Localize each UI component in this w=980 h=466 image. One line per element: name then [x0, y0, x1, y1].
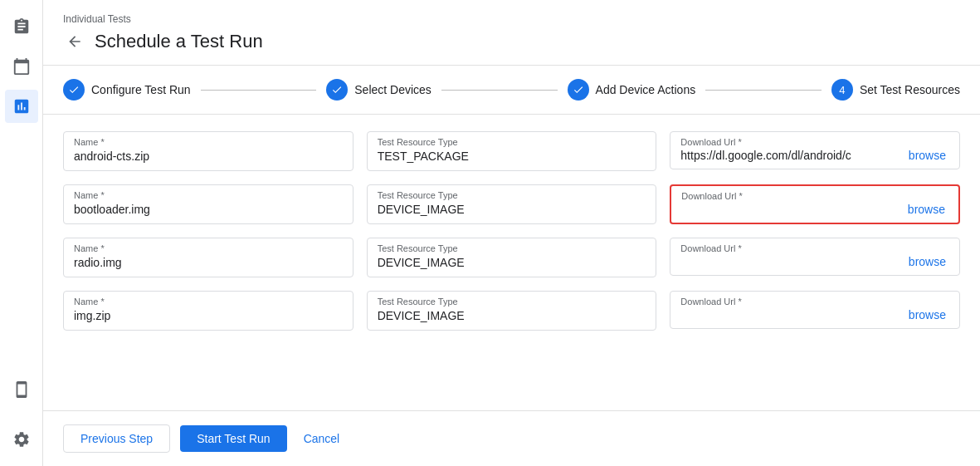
- resource-row-1: Name * Test Resource Type Download Url *…: [63, 184, 960, 224]
- resource-2-type-input[interactable]: [378, 256, 646, 269]
- resource-2-browse-button[interactable]: browse: [905, 255, 949, 268]
- resource-0-url-row: https://dl.google.com/dl/android/c brows…: [680, 149, 949, 162]
- sidebar-item-clipboard[interactable]: [5, 10, 38, 43]
- resource-3-url-field: Download Url * browse: [670, 291, 960, 329]
- resource-0-url-field: Download Url * https://dl.google.com/dl/…: [670, 131, 960, 169]
- resource-3-name-input[interactable]: [74, 309, 343, 322]
- previous-step-button[interactable]: Previous Step: [63, 424, 170, 453]
- resource-2-url-field: Download Url * browse: [670, 238, 960, 276]
- step-configure-label: Configure Test Run: [91, 83, 191, 96]
- step-add-actions: Add Device Actions: [568, 79, 696, 101]
- resource-1-type-label: Test Resource Type: [378, 190, 646, 200]
- resource-3-type-group: Test Resource Type: [367, 291, 657, 331]
- resource-row-0: Name * Test Resource Type Download Url *…: [63, 131, 960, 171]
- resource-1-type-input[interactable]: [378, 203, 646, 216]
- title-row: Schedule a Test Run: [63, 30, 960, 53]
- sidebar-item-calendar[interactable]: [5, 50, 38, 83]
- step-select-label: Select Devices: [354, 83, 431, 96]
- resource-3-browse-button[interactable]: browse: [905, 308, 949, 321]
- step-set-resources: 4 Set Test Resources: [831, 79, 960, 101]
- connector-1: [201, 90, 317, 91]
- resource-2-type-field: Test Resource Type: [367, 238, 657, 277]
- stepper: Configure Test Run Select Devices Add De…: [43, 66, 980, 115]
- resource-0-type-input[interactable]: [378, 150, 646, 163]
- sidebar-item-analytics[interactable]: [5, 90, 38, 123]
- breadcrumb: Individual Tests: [63, 13, 960, 25]
- resource-0-url-value: https://dl.google.com/dl/android/c: [680, 149, 905, 162]
- back-button[interactable]: [63, 30, 86, 53]
- resource-1-type-group: Test Resource Type: [367, 184, 657, 224]
- resource-1-name-input[interactable]: [74, 203, 343, 216]
- step-configure: Configure Test Run: [63, 79, 191, 101]
- resource-2-type-group: Test Resource Type: [367, 238, 657, 277]
- sidebar: [0, 0, 43, 466]
- main-content: Individual Tests Schedule a Test Run Con…: [43, 0, 980, 466]
- resource-2-url-label: Download Url *: [680, 243, 949, 253]
- resource-0-name-field: Name *: [63, 131, 353, 171]
- resource-row-2: Name * Test Resource Type Download Url *…: [63, 238, 960, 277]
- resource-0-url-group: Download Url * https://dl.google.com/dl/…: [670, 131, 960, 171]
- step-resources-circle: 4: [831, 79, 853, 101]
- resource-2-url-row: browse: [680, 255, 949, 268]
- footer: Previous Step Start Test Run Cancel: [43, 410, 980, 466]
- resource-1-name-field: Name *: [63, 184, 353, 224]
- resource-1-url-group: Download Url * browse: [670, 184, 960, 224]
- resource-1-url-label: Download Url *: [681, 191, 948, 201]
- resource-2-url-group: Download Url * browse: [670, 238, 960, 277]
- resource-0-type-group: Test Resource Type: [367, 131, 657, 171]
- resource-3-type-field: Test Resource Type: [367, 291, 657, 331]
- resource-2-name-label: Name *: [74, 243, 343, 253]
- resource-3-name-group: Name *: [63, 291, 353, 331]
- sidebar-item-settings[interactable]: [5, 423, 38, 456]
- resource-3-name-field: Name *: [63, 291, 353, 331]
- resource-2-type-label: Test Resource Type: [378, 243, 646, 253]
- resource-0-type-label: Test Resource Type: [378, 137, 646, 147]
- resource-3-url-row: browse: [680, 308, 949, 321]
- resource-0-name-input[interactable]: [74, 150, 343, 163]
- content-area: Name * Test Resource Type Download Url *…: [43, 115, 980, 410]
- resource-1-name-group: Name *: [63, 184, 353, 224]
- resource-1-type-field: Test Resource Type: [367, 184, 657, 224]
- step-configure-circle: [63, 79, 85, 101]
- resource-2-name-field: Name *: [63, 238, 353, 277]
- resource-3-url-label: Download Url *: [680, 297, 949, 307]
- resource-1-url-row: browse: [681, 203, 948, 216]
- step-select-devices: Select Devices: [326, 79, 431, 101]
- resource-3-type-input[interactable]: [378, 309, 646, 322]
- resource-1-browse-button[interactable]: browse: [904, 203, 948, 216]
- resource-3-type-label: Test Resource Type: [378, 297, 646, 307]
- resource-row-3: Name * Test Resource Type Download Url *…: [63, 291, 960, 331]
- step-actions-label: Add Device Actions: [596, 83, 696, 96]
- connector-3: [705, 90, 822, 91]
- step-select-circle: [326, 79, 348, 101]
- resource-2-name-input[interactable]: [74, 256, 343, 269]
- resource-3-url-group: Download Url * browse: [670, 291, 960, 331]
- cancel-button[interactable]: Cancel: [297, 425, 347, 452]
- resource-0-url-label: Download Url *: [680, 137, 949, 147]
- step-resources-label: Set Test Resources: [860, 83, 960, 96]
- resource-0-name-label: Name *: [74, 137, 343, 147]
- page-title: Schedule a Test Run: [95, 31, 263, 52]
- start-test-run-button[interactable]: Start Test Run: [180, 425, 286, 452]
- resource-2-name-group: Name *: [63, 238, 353, 277]
- resource-0-browse-button[interactable]: browse: [905, 149, 949, 162]
- header: Individual Tests Schedule a Test Run: [43, 0, 980, 66]
- resource-1-name-label: Name *: [74, 190, 343, 200]
- resource-0-type-field: Test Resource Type: [367, 131, 657, 171]
- step-actions-circle: [568, 79, 589, 101]
- sidebar-item-phone[interactable]: [5, 373, 38, 406]
- resource-1-url-field: Download Url * browse: [670, 184, 960, 224]
- resource-0-name-group: Name *: [63, 131, 353, 171]
- resource-3-name-label: Name *: [74, 297, 343, 307]
- connector-2: [441, 90, 558, 91]
